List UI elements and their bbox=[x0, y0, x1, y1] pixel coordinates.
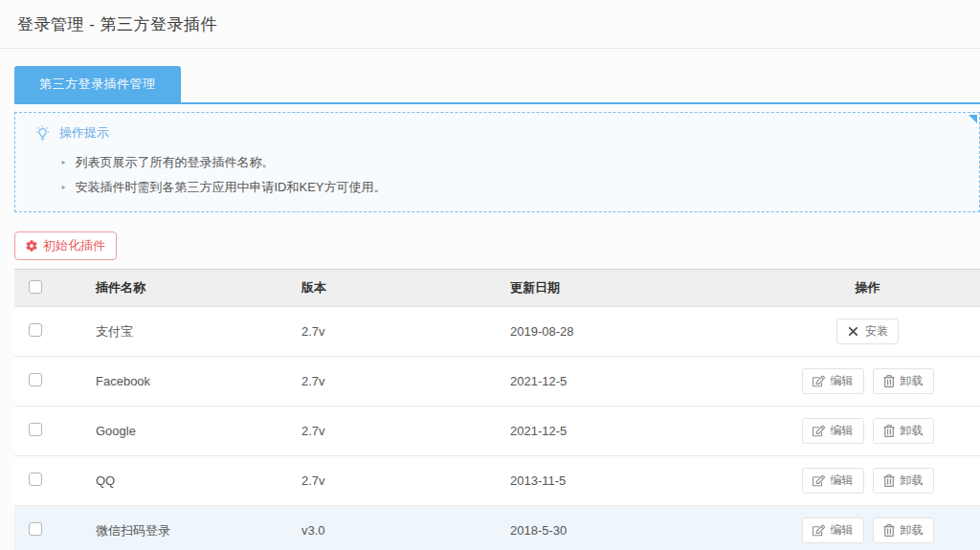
plugin-updated: 2013-11-5 bbox=[510, 473, 566, 488]
uninstall-button[interactable]: 卸载 bbox=[873, 517, 934, 543]
trash-icon bbox=[883, 425, 895, 437]
uninstall-button[interactable]: 卸载 bbox=[873, 468, 934, 494]
plugin-version: 2.7v bbox=[301, 324, 325, 339]
install-label: 安装 bbox=[865, 323, 888, 340]
trash-icon bbox=[883, 524, 895, 537]
row-checkbox[interactable] bbox=[29, 423, 42, 436]
row-actions: 编辑卸载 bbox=[802, 468, 934, 494]
edit-label: 编辑 bbox=[831, 522, 854, 539]
uninstall-label: 卸载 bbox=[901, 423, 924, 439]
initialize-plugins-label: 初始化插件 bbox=[43, 237, 105, 254]
tab-third-party-plugin-management[interactable]: 第三方登录插件管理 bbox=[14, 66, 181, 102]
edit-label: 编辑 bbox=[831, 423, 854, 439]
trash-icon bbox=[883, 375, 895, 387]
plugins-table: 插件名称 版本 更新日期 操作 支付宝 2.7v 2019-08-28 安装 F… bbox=[14, 269, 980, 550]
plugin-updated: 2019-08-28 bbox=[510, 324, 574, 339]
tip-text: 列表页展示了所有的登录插件名称。 bbox=[76, 150, 275, 175]
plugin-updated: 2018-5-30 bbox=[510, 523, 567, 538]
plugin-name: 支付宝 bbox=[96, 324, 133, 339]
edit-pencil-icon bbox=[813, 375, 825, 387]
plugin-updated: 2021-12-5 bbox=[510, 374, 567, 388]
plugin-name: Facebook bbox=[96, 374, 150, 388]
plugin-version: v3.0 bbox=[301, 523, 325, 538]
edit-button[interactable]: 编辑 bbox=[802, 468, 864, 494]
initialize-plugins-button[interactable]: 初始化插件 bbox=[14, 231, 117, 260]
uninstall-button[interactable]: 卸载 bbox=[873, 418, 934, 444]
row-checkbox[interactable] bbox=[29, 473, 42, 486]
table-header-row: 插件名称 版本 更新日期 操作 bbox=[14, 270, 980, 307]
plugin-name: QQ bbox=[96, 473, 115, 488]
install-button[interactable]: 安装 bbox=[836, 319, 899, 344]
row-actions: 编辑卸载 bbox=[802, 368, 934, 394]
edit-pencil-icon bbox=[813, 474, 825, 487]
tips-header: 操作提示 bbox=[34, 124, 962, 142]
tips-panel: 操作提示 ‣列表页展示了所有的登录插件名称。‣安装插件时需到各第三方应用中申请I… bbox=[14, 112, 980, 212]
title-divider bbox=[0, 48, 980, 49]
row-checkbox[interactable] bbox=[29, 323, 42, 337]
edit-label: 编辑 bbox=[831, 373, 854, 389]
column-header-actions: 操作 bbox=[730, 270, 980, 307]
trash-icon bbox=[883, 474, 895, 487]
row-checkbox[interactable] bbox=[29, 522, 42, 536]
table-row: Google 2.7v 2021-12-5 编辑卸载 bbox=[14, 407, 980, 456]
edit-button[interactable]: 编辑 bbox=[802, 418, 864, 444]
row-checkbox[interactable] bbox=[29, 373, 42, 386]
plugin-name: Google bbox=[96, 424, 136, 438]
column-header-version: 版本 bbox=[290, 270, 499, 307]
plugin-version: 2.7v bbox=[301, 424, 325, 438]
uninstall-label: 卸载 bbox=[901, 522, 924, 539]
uninstall-button[interactable]: 卸载 bbox=[873, 368, 934, 394]
plugin-version: 2.7v bbox=[301, 473, 325, 488]
edit-pencil-icon bbox=[813, 425, 825, 437]
table-row: QQ 2.7v 2013-11-5 编辑卸载 bbox=[14, 456, 980, 506]
row-actions: 安装 bbox=[836, 319, 899, 344]
table-row: Facebook 2.7v 2021-12-5 编辑卸载 bbox=[14, 357, 980, 407]
row-actions: 编辑卸载 bbox=[802, 418, 934, 444]
edit-button[interactable]: 编辑 bbox=[802, 517, 864, 543]
select-all-checkbox[interactable] bbox=[29, 280, 42, 294]
column-header-name: 插件名称 bbox=[84, 270, 290, 307]
edit-pencil-icon bbox=[813, 524, 825, 537]
tips-list: ‣列表页展示了所有的登录插件名称。‣安装插件时需到各第三方应用中申请ID和KEY… bbox=[60, 150, 962, 200]
table-row: 支付宝 2.7v 2019-08-28 安装 bbox=[14, 307, 980, 357]
edit-button[interactable]: 编辑 bbox=[802, 368, 864, 394]
gear-icon bbox=[26, 240, 37, 252]
bullet-arrow-icon: ‣ bbox=[60, 150, 67, 175]
uninstall-label: 卸载 bbox=[901, 473, 924, 489]
column-header-updated: 更新日期 bbox=[499, 270, 730, 307]
tip-item: ‣列表页展示了所有的登录插件名称。 bbox=[60, 150, 962, 175]
tips-title: 操作提示 bbox=[59, 124, 109, 142]
tab-bar: 第三方登录插件管理 bbox=[14, 66, 980, 104]
row-actions: 编辑卸载 bbox=[802, 517, 934, 543]
uninstall-label: 卸载 bbox=[901, 373, 924, 389]
tip-item: ‣安装插件时需到各第三方应用中申请ID和KEY方可使用。 bbox=[60, 175, 962, 200]
lightbulb-icon bbox=[34, 125, 51, 142]
main-content: 第三方登录插件管理 操作提示 ‣列表页展示了所有的登录插件名称。‣安装插件时需到… bbox=[14, 66, 980, 550]
edit-label: 编辑 bbox=[831, 473, 854, 489]
table-row: 微信扫码登录 v3.0 2018-5-30 编辑卸载 bbox=[14, 506, 980, 550]
page-title: 登录管理 - 第三方登录插件 bbox=[0, 0, 980, 35]
plugin-version: 2.7v bbox=[301, 374, 325, 388]
plugin-updated: 2021-12-5 bbox=[510, 424, 567, 438]
plugin-name: 微信扫码登录 bbox=[96, 523, 170, 538]
bullet-arrow-icon: ‣ bbox=[60, 175, 67, 200]
tools-icon bbox=[847, 325, 859, 338]
tip-text: 安装插件时需到各第三方应用中申请ID和KEY方可使用。 bbox=[76, 175, 387, 200]
